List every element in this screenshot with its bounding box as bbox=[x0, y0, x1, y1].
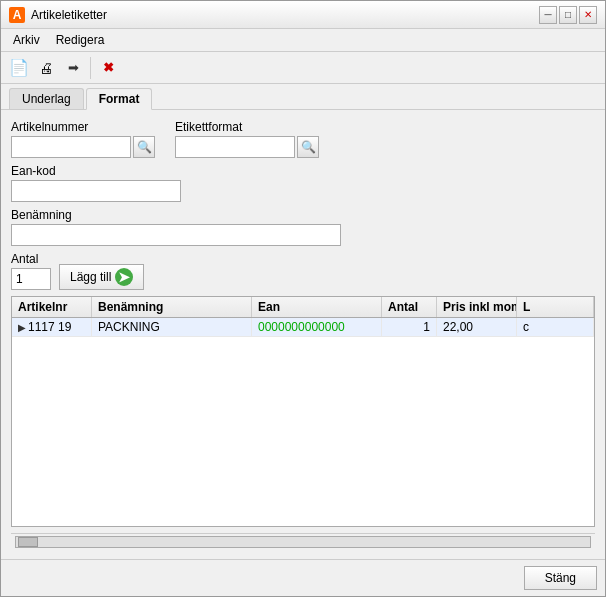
menu-redigera[interactable]: Redigera bbox=[48, 31, 113, 49]
artikelnummer-input-group: 🔍 bbox=[11, 136, 155, 158]
window-controls: ─ □ ✕ bbox=[539, 6, 597, 24]
benamning-label: Benämning bbox=[11, 208, 595, 222]
col-benamning: Benämning bbox=[92, 297, 252, 317]
etikettformat-label: Etikettformat bbox=[175, 120, 319, 134]
print-button[interactable] bbox=[34, 56, 58, 80]
eankod-group: Ean-kod bbox=[11, 164, 595, 202]
etikettformat-input-group: 🔍 bbox=[175, 136, 319, 158]
cell-antal: 1 bbox=[382, 318, 437, 336]
export-button[interactable]: ➡ bbox=[61, 56, 85, 80]
delete-icon: ✖ bbox=[103, 60, 114, 75]
lagg-till-button[interactable]: Lägg till ➤ bbox=[59, 264, 144, 290]
artikelnummer-group: Artikelnummer 🔍 bbox=[11, 120, 155, 158]
new-button[interactable]: 📄 bbox=[7, 56, 31, 80]
minimize-button[interactable]: ─ bbox=[539, 6, 557, 24]
app-icon: A bbox=[9, 7, 25, 23]
eankod-input[interactable] bbox=[11, 180, 181, 202]
table-body: ▶ 1117 19 PACKNING 0000000000000 1 22,00… bbox=[12, 318, 594, 526]
horizontal-scrollbar[interactable] bbox=[11, 533, 595, 549]
col-antal: Antal bbox=[382, 297, 437, 317]
cell-pris: 22,00 bbox=[437, 318, 517, 336]
col-ean: Ean bbox=[252, 297, 382, 317]
etikettformat-group: Etikettformat 🔍 bbox=[175, 120, 319, 158]
menu-arkiv[interactable]: Arkiv bbox=[5, 31, 48, 49]
table-header: Artikelnr Benämning Ean Antal Pris inkl … bbox=[12, 297, 594, 318]
footer: Stäng bbox=[1, 559, 605, 596]
eankod-label: Ean-kod bbox=[11, 164, 595, 178]
main-window: A Artikeletiketter ─ □ ✕ Arkiv Redigera … bbox=[0, 0, 606, 597]
col-l: L bbox=[517, 297, 594, 317]
artikelnummer-label: Artikelnummer bbox=[11, 120, 155, 134]
data-table: Artikelnr Benämning Ean Antal Pris inkl … bbox=[11, 296, 595, 527]
print-icon bbox=[39, 60, 53, 76]
tab-format[interactable]: Format bbox=[86, 88, 153, 110]
tabs-container: Underlag Format bbox=[1, 84, 605, 110]
title-bar: A Artikeletiketter ─ □ ✕ bbox=[1, 1, 605, 29]
toolbar: 📄 ➡ ✖ bbox=[1, 52, 605, 84]
etikettformat-search-button[interactable]: 🔍 bbox=[297, 136, 319, 158]
artikelnummer-search-button[interactable]: 🔍 bbox=[133, 136, 155, 158]
cell-benamning: PACKNING bbox=[92, 318, 252, 336]
add-icon: ➤ bbox=[115, 268, 133, 286]
hscroll-thumb[interactable] bbox=[18, 537, 38, 547]
toolbar-separator bbox=[90, 57, 91, 79]
antal-group: Antal 1 bbox=[11, 252, 51, 290]
lagg-till-label: Lägg till bbox=[70, 270, 111, 284]
cell-artikelnr: ▶ 1117 19 bbox=[12, 318, 92, 336]
benamning-group: Benämning bbox=[11, 208, 595, 246]
title-bar-left: A Artikeletiketter bbox=[9, 7, 107, 23]
benamning-input[interactable] bbox=[11, 224, 341, 246]
content-area: Artikelnummer 🔍 Etikettformat 🔍 bbox=[1, 110, 605, 559]
antal-row: Antal 1 Lägg till ➤ bbox=[11, 252, 595, 290]
new-icon: 📄 bbox=[9, 58, 29, 77]
maximize-button[interactable]: □ bbox=[559, 6, 577, 24]
menu-bar: Arkiv Redigera bbox=[1, 29, 605, 52]
window-title: Artikeletiketter bbox=[31, 8, 107, 22]
antal-label: Antal bbox=[11, 252, 51, 266]
delete-button[interactable]: ✖ bbox=[96, 56, 120, 80]
col-pris: Pris inkl moms bbox=[437, 297, 517, 317]
export-icon: ➡ bbox=[68, 60, 79, 75]
search-icon-2: 🔍 bbox=[301, 140, 316, 154]
artikelnummer-input[interactable] bbox=[11, 136, 131, 158]
cell-l: c bbox=[517, 318, 594, 336]
row-indicator: ▶ bbox=[18, 322, 26, 333]
close-button[interactable]: ✕ bbox=[579, 6, 597, 24]
table-row[interactable]: ▶ 1117 19 PACKNING 0000000000000 1 22,00… bbox=[12, 318, 594, 337]
form-row-1: Artikelnummer 🔍 Etikettformat 🔍 bbox=[11, 120, 595, 158]
col-artikelnr: Artikelnr bbox=[12, 297, 92, 317]
cell-ean: 0000000000000 bbox=[252, 318, 382, 336]
tab-underlag[interactable]: Underlag bbox=[9, 88, 84, 109]
etikettformat-input[interactable] bbox=[175, 136, 295, 158]
hscroll-track[interactable] bbox=[15, 536, 591, 548]
antal-input[interactable]: 1 bbox=[11, 268, 51, 290]
search-icon: 🔍 bbox=[137, 140, 152, 154]
stang-button[interactable]: Stäng bbox=[524, 566, 597, 590]
